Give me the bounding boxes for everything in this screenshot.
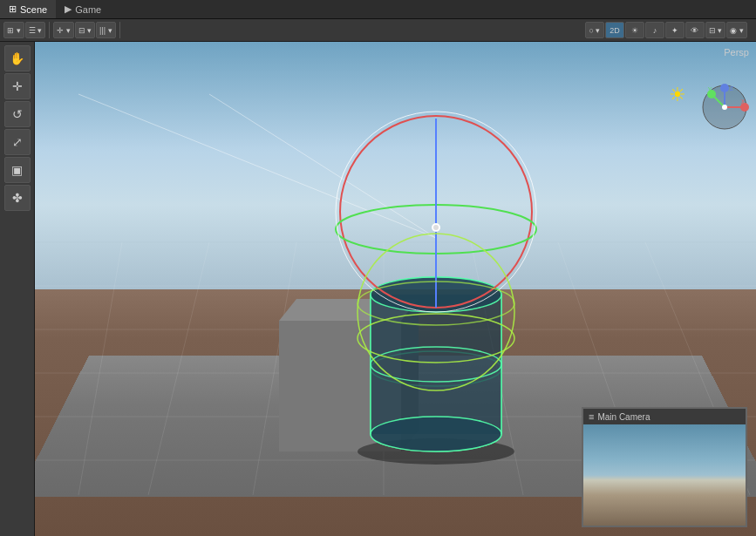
grid-button[interactable]: ⊟ ▾: [75, 22, 96, 38]
sky-background: [35, 42, 756, 314]
camera-preview: Main Camera: [582, 407, 747, 527]
move-tool-button[interactable]: ✛: [4, 73, 31, 99]
sphere-menu-button[interactable]: ○ ▾: [585, 22, 604, 38]
svg-point-49: [720, 84, 729, 92]
snap-button[interactable]: ||| ▾: [96, 22, 116, 38]
rect-tool-button[interactable]: ▣: [4, 157, 31, 183]
scale-tool-button[interactable]: ⤢: [4, 129, 31, 155]
scene-tab-icon: ⊞: [9, 3, 17, 15]
hand-tool-button[interactable]: ✋: [4, 45, 31, 71]
right-tools-group: ○ ▾ 2D ☀ ♪ ✦ 👁 ⊟ ▾ ◉ ▾: [585, 22, 751, 38]
camera-preview-title: Main Camera: [597, 412, 650, 422]
layout-group: ⊞ ▾ ☰ ▾: [3, 22, 50, 38]
overlay-button[interactable]: ⊟ ▾: [705, 22, 726, 38]
side-toolbar: ✋ ✛ ↺ ⤢ ▣ ✤: [0, 42, 35, 536]
pivot-button[interactable]: ✛ ▾: [53, 22, 74, 38]
game-tab[interactable]: ▶ Game: [56, 0, 110, 18]
tab-bar: ⊞ Scene ▶ Game: [0, 0, 756, 19]
effects-button[interactable]: ✦: [665, 22, 684, 38]
svg-text:Z: Z: [730, 85, 734, 92]
camera-preview-viewport: [583, 424, 746, 526]
scene-tab[interactable]: ⊞ Scene: [0, 0, 56, 18]
orientation-gizmo[interactable]: X Y Z: [701, 84, 749, 132]
layout-button[interactable]: ⊞ ▾: [3, 22, 24, 38]
transform-tool-button[interactable]: ✤: [4, 185, 31, 211]
2d-button[interactable]: 2D: [605, 22, 624, 38]
scene-tab-label: Scene: [20, 4, 47, 15]
svg-point-51: [722, 105, 727, 110]
lighting-button[interactable]: ☀: [625, 22, 644, 38]
rotate-tool-button[interactable]: ↺: [4, 101, 31, 127]
main-toolbar: ⊞ ▾ ☰ ▾ ✛ ▾ ⊟ ▾ ||| ▾ ○ ▾ 2D ☀ ♪ ✦ 👁 ⊟ ▾…: [0, 19, 756, 42]
camera-preview-header: Main Camera: [583, 409, 746, 424]
viewmode-button[interactable]: ◉ ▾: [726, 22, 747, 38]
gizmo-menu-button[interactable]: ☰ ▾: [25, 22, 46, 38]
transform-group: ✛ ▾ ⊟ ▾ ||| ▾: [53, 22, 120, 38]
game-tab-label: Game: [75, 4, 101, 15]
main-layout: ✋ ✛ ↺ ⤢ ▣ ✤: [0, 42, 756, 536]
audio-button[interactable]: ♪: [645, 22, 664, 38]
svg-text:X: X: [741, 98, 746, 105]
game-tab-icon: ▶: [65, 3, 72, 15]
scene-viewport[interactable]: Persp ☀ X Y Z Main Camera: [35, 42, 756, 536]
svg-text:Y: Y: [708, 86, 712, 92]
visibility-button[interactable]: 👁: [685, 22, 705, 38]
persp-label: Persp: [724, 47, 749, 58]
sun-icon: ☀: [669, 84, 686, 106]
